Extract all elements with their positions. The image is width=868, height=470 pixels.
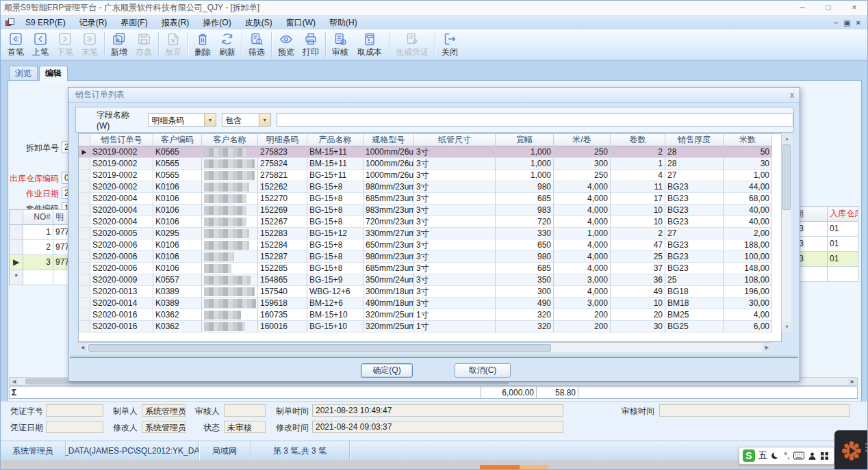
grid-cell[interactable]: BM-15+10	[307, 309, 363, 321]
grid-cell[interactable]: 108,00	[724, 274, 772, 286]
toolbar-button-9[interactable]: 筛选	[244, 31, 269, 60]
grid-column-header-1[interactable]: 销售订单号	[90, 134, 153, 146]
grid-cell[interactable]: K0389	[153, 298, 202, 309]
grid-cell[interactable]: BG23	[665, 181, 724, 193]
grid-cell[interactable]: 320	[496, 309, 554, 321]
grid-cell[interactable]: 300	[496, 286, 554, 298]
grid-cell[interactable]: 148,00	[724, 263, 772, 274]
sogou-logo-icon[interactable]: S	[743, 449, 755, 462]
ime-mode-chinese[interactable]: 五	[758, 449, 767, 462]
grid-cell[interactable]: 3寸	[414, 274, 496, 286]
grid-cell[interactable]: 152284	[258, 239, 307, 251]
grid-cell[interactable]	[202, 239, 258, 251]
person-icon[interactable]	[808, 452, 817, 460]
grid-cell[interactable]: 320mm/25um...	[363, 321, 414, 332]
grid-cell[interactable]: 3寸	[414, 263, 496, 274]
grid-cell[interactable]: S2020-0004	[90, 216, 153, 228]
grid-cell[interactable]: 300	[554, 158, 611, 170]
grid-cell[interactable]: BG23	[665, 205, 724, 216]
taskbar-button-fragment[interactable]	[480, 465, 520, 470]
grid-column-header-6[interactable]: 规格型号	[363, 134, 414, 146]
grid-cell[interactable]: 1,000	[496, 146, 554, 158]
grid-cell[interactable]: BG-15+9	[307, 274, 363, 286]
grid-cell[interactable]	[202, 146, 258, 158]
grid-cell[interactable]: 1,000	[496, 170, 554, 181]
toolbar-button-1[interactable]: 上笔	[28, 31, 53, 60]
grid-row-13[interactable]: S2020-0014K0389159618BM-12+6490mm/18um..…	[79, 298, 781, 309]
grid-cell[interactable]: 4	[611, 170, 665, 181]
maximize-icon[interactable]: □	[815, 1, 841, 15]
grid-cell[interactable]: 685mm/23um...	[363, 193, 414, 205]
grid-cell[interactable]: BG-15+8	[307, 263, 363, 274]
grid-cell[interactable]: BM18	[665, 298, 724, 309]
taskbar-button-fragment-2[interactable]	[520, 465, 548, 470]
grid-cell[interactable]: 157540	[258, 286, 307, 298]
grid-cell[interactable]: 30,00	[724, 298, 772, 309]
grid-cell[interactable]: 68,00	[724, 193, 772, 205]
hscroll-thumb[interactable]	[88, 344, 551, 352]
grid-cell[interactable]: BG25	[665, 321, 724, 332]
grid-column-header-7[interactable]: 纸管尺寸	[414, 134, 496, 146]
grid-cell[interactable]: 3寸	[414, 158, 496, 170]
grid-cell[interactable]: 300mm/18um...	[363, 286, 414, 298]
grid-column-header-2[interactable]: 客户编码	[153, 134, 202, 146]
grid-cell[interactable]: BG18	[665, 286, 724, 298]
toolbar-button-10[interactable]: 预览	[274, 31, 298, 60]
grid-cell[interactable]: 980	[496, 181, 554, 193]
grid-cell[interactable]: S2020-0002	[90, 181, 153, 193]
grid-column-header-3[interactable]: 客户名称	[202, 134, 258, 146]
grid-column-header-10[interactable]: 卷数	[611, 134, 665, 146]
menu-item-7[interactable]: 帮助(H)	[322, 16, 364, 29]
grid-cell[interactable]: 2,00	[724, 228, 772, 239]
punctuation-icon[interactable]: °,	[784, 449, 790, 462]
toolbar-button-15[interactable]: 关闭	[437, 31, 462, 60]
grid-cell[interactable]: 983	[496, 205, 554, 216]
grid-cell[interactable]: 152267	[258, 216, 307, 228]
grid-cell[interactable]: 350mm/24um...	[363, 274, 414, 286]
grid-cell[interactable]: 3寸	[414, 228, 496, 239]
grid-cell[interactable]: BG-15+8	[307, 193, 363, 205]
grid-cell[interactable]: 330mm/27um...	[363, 228, 414, 239]
toolbar-button-0[interactable]: 首笔	[3, 31, 28, 60]
grid-cell[interactable]	[202, 193, 258, 205]
grid-cell[interactable]: BG23	[665, 216, 724, 228]
mdi-minimize-icon[interactable]: –	[834, 18, 838, 27]
grid-cell[interactable]: 28	[665, 158, 724, 170]
grid-row-6[interactable]: S2020-0004K0106152267BG-15+8720mm/23um..…	[79, 216, 781, 228]
grid-column-header-8[interactable]: 宽幅	[496, 134, 554, 146]
grid-cell[interactable]: 4,000	[554, 205, 611, 216]
grid-vscrollbar[interactable]: ▲ ▼	[781, 133, 791, 332]
grid-cell[interactable]: 275821	[258, 170, 307, 181]
mdi-restore-icon[interactable]: ▣	[843, 18, 850, 27]
grid-cell[interactable]: BM-15+11	[307, 158, 363, 170]
ok-button[interactable]: 确定(Q)	[361, 363, 413, 378]
grid-cell[interactable]: BG23	[665, 239, 724, 251]
moon-icon[interactable]	[771, 451, 780, 460]
grid-cell[interactable]: K0565	[153, 146, 202, 158]
grid-cell[interactable]: BG-15+8	[307, 216, 363, 228]
grid-cell[interactable]: 980	[496, 251, 554, 263]
grid-cell[interactable]: K0565	[153, 170, 202, 181]
grid-cell[interactable]: K0565	[153, 158, 202, 170]
left-grid-row-2[interactable]: ▶397792	[10, 255, 76, 270]
grid-cell[interactable]	[202, 205, 258, 216]
grid-cell[interactable]: 152270	[258, 193, 307, 205]
toolbar-button-4[interactable]: 新增	[107, 31, 131, 60]
grid-column-header-9[interactable]: 米/卷	[554, 134, 611, 146]
scroll-left-icon[interactable]: ◀	[10, 378, 18, 385]
grid-cell[interactable]: BM-15+11	[307, 146, 363, 158]
grid-cell[interactable]	[202, 274, 258, 286]
grid-cell[interactable]	[202, 158, 258, 170]
grid-cell[interactable]: 685mm/23um...	[363, 263, 414, 274]
grid-cell[interactable]: BG-15+10	[307, 321, 363, 332]
grid-cell[interactable]: 27	[665, 228, 724, 239]
grid-row-0[interactable]: ▶S2019-0002K0565275823BM-15+111000mm/26u…	[79, 146, 781, 158]
grid-cell[interactable]: 4,000	[554, 239, 611, 251]
grid-cell[interactable]: 1,000	[554, 228, 611, 239]
grid-cell[interactable]: 4,000	[554, 251, 611, 263]
grid-cell[interactable]: 1,000	[496, 158, 554, 170]
grid-cell[interactable]: K0106	[153, 181, 202, 193]
grid-cell[interactable]: 3寸	[414, 193, 496, 205]
grid-cell[interactable]: 685	[496, 193, 554, 205]
menu-item-1[interactable]: 记录(R)	[73, 16, 114, 29]
